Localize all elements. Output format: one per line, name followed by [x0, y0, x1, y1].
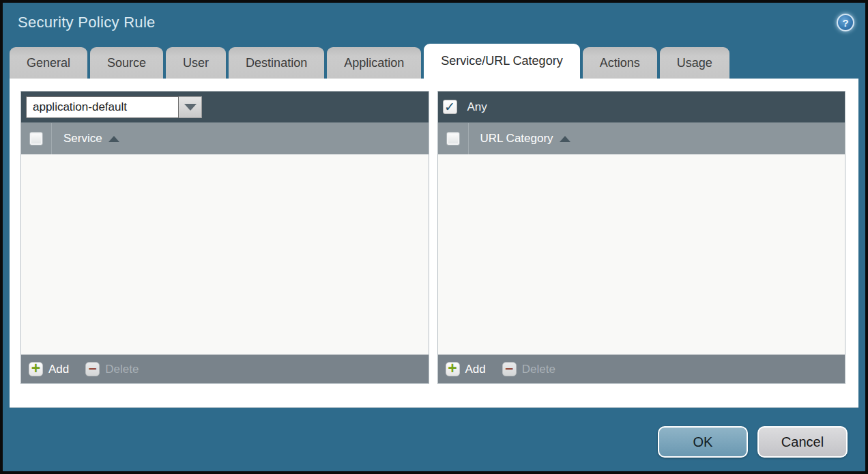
delete-service-label: Delete — [105, 363, 139, 376]
any-checkbox[interactable]: ✓ — [443, 100, 457, 114]
service-type-dropdown-value[interactable]: application-default — [26, 96, 179, 118]
url-category-table-header: URL Category — [438, 122, 845, 154]
url-category-list[interactable] — [438, 154, 845, 354]
add-service-button[interactable]: + Add — [29, 362, 69, 376]
ok-button[interactable]: OK — [658, 426, 748, 458]
url-category-panel: ✓ Any URL Category + Add − Delete — [437, 91, 846, 384]
url-category-select-all-checkbox[interactable] — [446, 132, 460, 145]
url-category-panel-toolbar: ✓ Any — [438, 92, 845, 122]
service-panel-toolbar: application-default — [21, 92, 429, 122]
service-column-header[interactable]: Service — [63, 132, 102, 145]
url-category-select-all-cell — [438, 123, 469, 154]
tab-application[interactable]: Application — [327, 47, 421, 79]
delete-service-button[interactable]: − Delete — [85, 362, 139, 376]
chevron-down-icon — [184, 104, 197, 111]
plus-icon: + — [446, 362, 460, 376]
service-type-dropdown[interactable]: application-default — [26, 96, 202, 118]
add-service-label: Add — [48, 363, 69, 376]
service-list[interactable] — [21, 154, 429, 354]
service-panel: application-default Service + Add — [20, 91, 429, 384]
titlebar: Security Policy Rule ? — [3, 3, 865, 42]
dialog-action-buttons: OK Cancel — [3, 426, 865, 458]
tab-source[interactable]: Source — [90, 47, 163, 79]
url-category-column-header[interactable]: URL Category — [480, 132, 553, 145]
delete-url-category-label: Delete — [522, 363, 555, 376]
service-type-dropdown-button[interactable] — [179, 96, 202, 118]
cancel-button[interactable]: Cancel — [757, 426, 848, 458]
delete-url-category-button[interactable]: − Delete — [502, 362, 555, 376]
minus-icon: − — [502, 362, 517, 376]
add-url-category-label: Add — [465, 363, 486, 376]
help-icon[interactable]: ? — [837, 14, 854, 31]
sort-ascending-icon[interactable] — [108, 136, 119, 142]
service-panel-footer: + Add − Delete — [21, 354, 429, 383]
add-url-category-button[interactable]: + Add — [446, 362, 486, 376]
tab-usage[interactable]: Usage — [660, 47, 729, 79]
any-checkbox-label[interactable]: Any — [467, 100, 487, 114]
tab-general[interactable]: General — [10, 47, 87, 79]
tab-user[interactable]: User — [166, 47, 226, 79]
dialog-title: Security Policy Rule — [18, 14, 156, 31]
service-select-all-checkbox[interactable] — [29, 132, 43, 145]
url-category-panel-footer: + Add − Delete — [438, 354, 845, 383]
sort-ascending-icon[interactable] — [560, 136, 570, 142]
service-table-header: Service — [21, 122, 429, 154]
tab-service-url-category[interactable]: Service/URL Category — [424, 44, 579, 79]
security-policy-rule-dialog: Security Policy Rule ? General Source Us… — [0, 0, 868, 474]
tab-destination[interactable]: Destination — [229, 47, 324, 79]
plus-icon: + — [29, 362, 43, 376]
service-url-category-tab-content: application-default Service + Add — [10, 79, 858, 408]
tab-actions[interactable]: Actions — [583, 47, 657, 79]
minus-icon: − — [85, 362, 100, 376]
service-select-all-cell — [21, 123, 52, 154]
tab-bar: General Source User Destination Applicat… — [3, 42, 865, 79]
